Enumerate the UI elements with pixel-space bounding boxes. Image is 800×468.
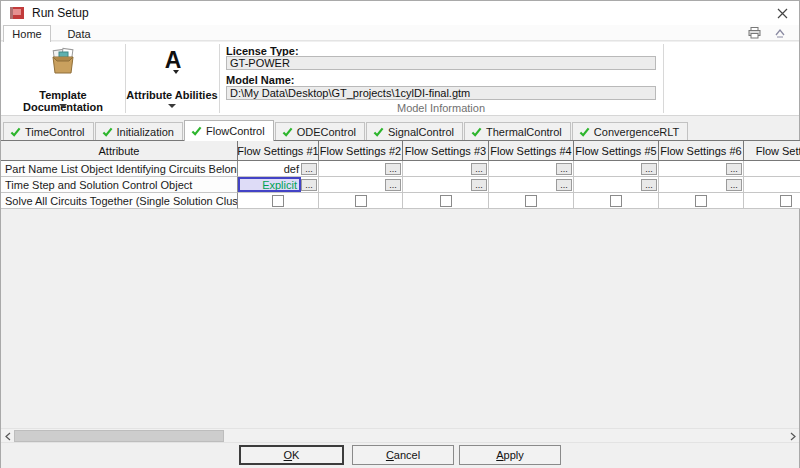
tab-timecontrol[interactable]: TimeControl — [3, 122, 94, 141]
window-title: Run Setup — [32, 6, 89, 20]
grid-cell[interactable] — [574, 193, 659, 209]
grid-cell[interactable] — [403, 193, 489, 209]
check-icon — [373, 127, 384, 137]
tab-signalcontrol[interactable]: SignalControl — [366, 122, 463, 141]
column-header: Flow Settings #6 — [659, 140, 744, 161]
app-icon — [10, 7, 24, 19]
cell-value[interactable] — [489, 177, 556, 192]
cell-browse-button[interactable]: ... — [385, 179, 401, 191]
grid-cell[interactable]: ... — [659, 177, 744, 193]
cell-browse-button[interactable]: ... — [726, 179, 742, 191]
cell-value[interactable] — [659, 161, 726, 176]
checkbox[interactable] — [695, 195, 707, 207]
scrollbar-thumb[interactable] — [14, 430, 224, 442]
cell-browse-button[interactable]: ... — [301, 163, 317, 175]
collapse-ribbon-icon[interactable] — [773, 27, 787, 39]
cell-browse-button[interactable]: ... — [556, 163, 572, 175]
grid-cell[interactable] — [744, 193, 800, 209]
grid-cell[interactable]: ... — [574, 177, 659, 193]
template-documentation-icon[interactable] — [47, 47, 79, 79]
tab-label: ODEControl — [297, 126, 356, 138]
cell-browse-button[interactable]: ... — [471, 179, 487, 191]
control-tab-bar: TimeControlInitializationFlowControlODEC… — [3, 120, 689, 141]
cell-value[interactable] — [489, 161, 556, 176]
grid-cell[interactable]: ... — [744, 161, 800, 177]
cell-browse-button[interactable]: ... — [556, 179, 572, 191]
grid-cell[interactable]: def... — [238, 161, 319, 177]
cell-value[interactable] — [574, 177, 641, 192]
checkbox[interactable] — [525, 195, 537, 207]
grid-cell[interactable] — [319, 193, 403, 209]
grid-cell[interactable]: ... — [319, 177, 403, 193]
grid-cell[interactable] — [489, 193, 574, 209]
ribbon-tab-home[interactable]: Home — [3, 25, 51, 42]
group-separator — [125, 44, 126, 113]
tab-label: Initialization — [117, 126, 174, 138]
checkbox[interactable] — [780, 195, 792, 207]
scroll-left-icon[interactable] — [1, 429, 14, 443]
grid-cell[interactable] — [238, 193, 319, 209]
check-icon — [579, 127, 590, 137]
grid-cell[interactable]: ... — [489, 177, 574, 193]
cell-browse-button[interactable]: ... — [301, 179, 317, 191]
cell-value[interactable] — [403, 161, 471, 176]
checkbox[interactable] — [355, 195, 367, 207]
cell-browse-button[interactable]: ... — [385, 163, 401, 175]
apply-button[interactable]: Apply — [459, 445, 561, 465]
scroll-right-icon[interactable] — [786, 429, 799, 443]
cell-browse-button[interactable]: ... — [641, 163, 657, 175]
tab-thermalcontrol[interactable]: ThermalControl — [464, 122, 571, 141]
attribute-abilities-letter: A — [158, 48, 188, 72]
template-documentation-label[interactable]: Template Documentation — [1, 89, 125, 113]
check-icon — [10, 127, 21, 137]
cell-browse-button[interactable]: ... — [471, 163, 487, 175]
check-icon — [191, 126, 202, 136]
cell-browse-button[interactable]: ... — [726, 163, 742, 175]
attribute-abilities-label[interactable]: Attribute Abilities — [125, 89, 219, 101]
table-row: Solve All Circuits Together (Single Solu… — [1, 193, 800, 209]
cell-value[interactable] — [744, 177, 800, 192]
checkbox[interactable] — [272, 195, 284, 207]
check-icon — [282, 127, 293, 137]
tab-flowcontrol[interactable]: FlowControl — [184, 120, 274, 141]
cancel-button[interactable]: Cancel — [352, 445, 454, 465]
grid-cell[interactable]: ... — [574, 161, 659, 177]
model-name-field: D:\My Data\Desktop\GT_projects\1cylDI-fi… — [226, 86, 656, 100]
group-separator — [663, 44, 664, 113]
tab-label: FlowControl — [206, 125, 265, 137]
ok-button[interactable]: OK — [239, 445, 344, 465]
checkbox[interactable] — [610, 195, 622, 207]
grid-cell[interactable]: ... — [403, 177, 489, 193]
attribute-abilities-icon[interactable]: A — [158, 48, 188, 72]
attribute-label: Solve All Circuits Together (Single Solu… — [1, 193, 238, 209]
cell-value[interactable] — [574, 161, 641, 176]
horizontal-scrollbar[interactable] — [1, 428, 799, 443]
cell-value[interactable]: def — [238, 161, 301, 176]
cell-value[interactable] — [659, 177, 726, 192]
tab-initialization[interactable]: Initialization — [95, 122, 183, 141]
grid-cell[interactable]: ... — [489, 161, 574, 177]
ribbon-tab-data[interactable]: Data — [53, 25, 105, 42]
cell-value[interactable] — [319, 161, 385, 176]
cell-value[interactable]: Explicit — [238, 177, 301, 192]
close-icon[interactable] — [773, 5, 791, 21]
checkbox[interactable] — [440, 195, 452, 207]
grid-cell[interactable]: ... — [659, 161, 744, 177]
cell-value[interactable] — [744, 161, 800, 176]
cell-value[interactable] — [319, 177, 385, 192]
grid-cell[interactable] — [659, 193, 744, 209]
cell-value[interactable] — [403, 177, 471, 192]
title-bar: Run Setup — [1, 1, 799, 25]
grid-cell[interactable]: ... — [403, 161, 489, 177]
tab-convergencerlt[interactable]: ConvergenceRLT — [572, 122, 688, 141]
grid-cell[interactable]: Explicit... — [238, 177, 319, 193]
tab-odecontrol[interactable]: ODEControl — [275, 122, 365, 141]
run-setup-dialog: Run Setup Home Data — [0, 0, 800, 468]
template-documentation-dropdown-icon[interactable] — [59, 104, 67, 108]
grid-cell[interactable]: ... — [744, 177, 800, 193]
grid-cell[interactable]: ... — [319, 161, 403, 177]
cell-browse-button[interactable]: ... — [641, 179, 657, 191]
attribute-abilities-dropdown-icon[interactable] — [168, 104, 176, 108]
table-row: Time Step and Solution Control ObjectExp… — [1, 177, 800, 193]
print-icon[interactable] — [747, 27, 761, 39]
